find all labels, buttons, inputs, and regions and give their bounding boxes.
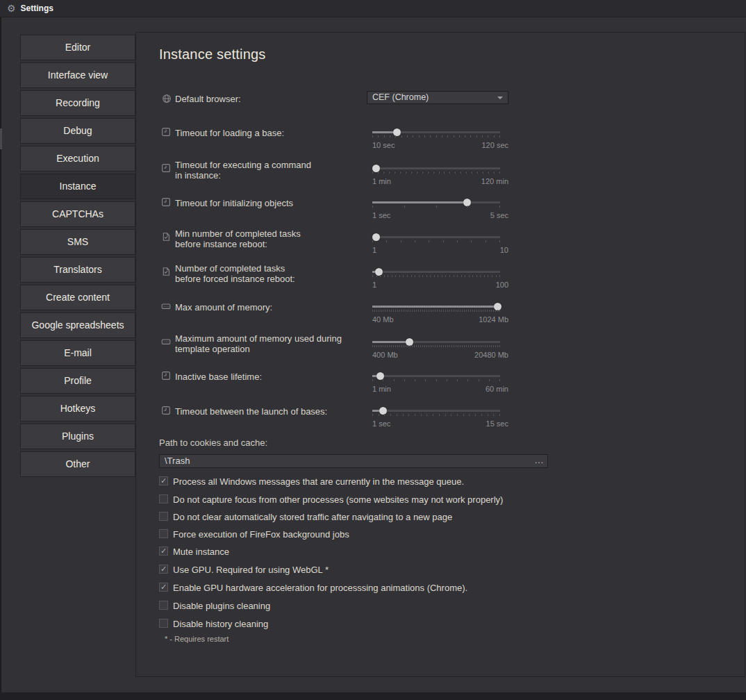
- slider-track[interactable]: [372, 271, 500, 273]
- checkbox-label: Disable history cleaning: [173, 619, 268, 629]
- gear-icon: ⚙: [7, 0, 16, 17]
- checkbox-label: Do not capture focus from other processe…: [173, 494, 503, 505]
- slider-track[interactable]: [372, 131, 500, 133]
- slider-track[interactable]: [372, 167, 500, 169]
- window-left-edge: [0, 17, 1, 700]
- tasks-icon: [161, 232, 171, 242]
- slider-label: Number of completed tasks before forced …: [175, 263, 373, 284]
- slider-ticks: [372, 310, 500, 312]
- slider-max-label: 100: [496, 281, 508, 289]
- checkbox[interactable]: [159, 529, 168, 538]
- slider-label: Timeout for initializing objects: [175, 198, 373, 208]
- checkbox-label: Process all Windows messages that are cu…: [173, 476, 464, 487]
- memory-icon: [161, 337, 171, 347]
- sidebar-item-create-content[interactable]: Create content: [20, 285, 135, 310]
- slider-row-max-amount-of-memory: Max amount of memory:40 Mb1024 Mb: [136, 300, 746, 332]
- sidebar-item-translators[interactable]: Translators: [20, 257, 135, 283]
- checkbox-row-mute-instance: ✓Mute instance: [136, 547, 746, 559]
- slider-label: Inactive base lifetime:: [175, 372, 373, 382]
- clock-icon: [161, 127, 171, 137]
- slider-min-label: 10 sec: [372, 141, 395, 149]
- sidebar: EditorInterface viewRecordingDebugExecut…: [20, 35, 135, 479]
- checkbox-row-do-not-clear-automatically-stored-traffi: Do not clear automatically stored traffi…: [136, 512, 746, 524]
- sidebar-item-hotkeys[interactable]: Hotkeys: [20, 396, 135, 422]
- slider-track[interactable]: [372, 341, 500, 343]
- slider-ticks: [372, 345, 500, 348]
- slider-max-label: 20480 Mb: [474, 351, 508, 359]
- browse-button[interactable]: ...: [535, 455, 544, 466]
- slider-min-label: 1 min: [372, 177, 391, 185]
- clock-icon: [161, 371, 171, 381]
- slider-min-label: 1 min: [372, 385, 391, 393]
- sidebar-item-recording[interactable]: Recording: [20, 90, 135, 116]
- memory-icon: [161, 301, 171, 311]
- checkbox-label: Enable GPU hardware acceleration for pro…: [173, 583, 467, 593]
- slider-ticks: [372, 135, 500, 138]
- checkbox-row-use-gpu-required-for-using-webgl: ✓Use GPU. Required for using WebGL *: [136, 565, 746, 577]
- slider-min-label: 1: [372, 246, 376, 254]
- sidebar-item-e-mail[interactable]: E-mail: [20, 340, 135, 366]
- checkbox[interactable]: [159, 494, 168, 503]
- checkbox-row-force-execution-of-firefox-background-jo: Force execution of FireFox background jo…: [136, 529, 746, 542]
- slider-max-label: 15 sec: [486, 419, 508, 428]
- cookies-path-value: \Trash: [165, 455, 190, 467]
- slider-track[interactable]: [372, 236, 500, 238]
- clock-icon: [161, 163, 171, 173]
- sidebar-item-other[interactable]: Other: [20, 451, 135, 477]
- side-panel-grip[interactable]: [0, 128, 2, 149]
- slider-label: Timeout between the launch of bases:: [175, 406, 373, 417]
- slider-row-number-of-completed-tasks: Number of completed tasks before forced …: [136, 265, 746, 297]
- page-title: Instance settings: [159, 47, 266, 62]
- slider-row-min-number-of-completed-tasks: Min number of completed tasks before ins…: [136, 231, 746, 262]
- checkbox-label: Use GPU. Required for using WebGL *: [173, 565, 329, 575]
- sidebar-item-google-spreadsheets[interactable]: Google spreadsheets: [20, 312, 135, 338]
- slider-track[interactable]: [372, 375, 500, 377]
- slider-label: Min number of completed tasks before ins…: [175, 228, 373, 249]
- titlebar[interactable]: ⚙ Settings: [0, 0, 746, 17]
- slider-max-label: 120 min: [481, 177, 508, 185]
- sidebar-item-execution[interactable]: Execution: [20, 146, 135, 172]
- checkbox[interactable]: ✓: [159, 583, 168, 592]
- globe-icon: [162, 94, 172, 103]
- checkbox[interactable]: [159, 601, 168, 610]
- sidebar-item-captchas[interactable]: CAPTCHAs: [20, 201, 135, 227]
- slider-row-maximum-amount-of-memory-used-during: Maximum amount of memory used during tem…: [136, 335, 746, 367]
- window-title: Settings: [21, 3, 53, 13]
- slider-row-timeout-for-loading-a-base: Timeout for loading a base:10 sec120 sec: [136, 126, 746, 158]
- default-browser-select[interactable]: CEF (Chrome): [367, 91, 508, 104]
- checkbox[interactable]: [159, 619, 168, 628]
- slider-max-label: 60 min: [486, 385, 508, 393]
- sidebar-item-profile[interactable]: Profile: [20, 368, 135, 394]
- requires-restart-note: * - Requires restart: [165, 635, 229, 643]
- sidebar-item-instance[interactable]: Instance: [20, 174, 135, 199]
- default-browser-value: CEF (Chrome): [372, 92, 429, 103]
- slider-track[interactable]: [372, 201, 500, 203]
- instance-settings-panel: Instance settings Default browser: CEF (…: [135, 32, 745, 677]
- clock-icon: [161, 197, 171, 207]
- sidebar-item-editor[interactable]: Editor: [20, 35, 135, 60]
- checkbox-label: Disable plugins cleaning: [173, 601, 270, 611]
- slider-max-label: 1024 Mb: [479, 315, 508, 324]
- checkbox-label: Do not clear automatically stored traffi…: [173, 512, 452, 522]
- cookies-path-label: Path to cookies and cache:: [159, 438, 267, 448]
- slider-ticks: [372, 240, 500, 243]
- sidebar-item-debug[interactable]: Debug: [20, 118, 135, 144]
- checkbox-row-do-not-capture-focus-from-other-processe: Do not capture focus from other processe…: [136, 494, 746, 507]
- slider-max-label: 5 sec: [490, 211, 508, 219]
- sidebar-item-sms[interactable]: SMS: [20, 229, 135, 255]
- sidebar-item-interface-view[interactable]: Interface view: [20, 62, 135, 88]
- checkbox[interactable]: [159, 512, 168, 521]
- checkbox[interactable]: ✓: [159, 565, 168, 574]
- slider-ticks: [372, 414, 500, 417]
- checkbox[interactable]: ✓: [159, 547, 168, 556]
- chevron-down-icon: [497, 97, 503, 99]
- slider-max-label: 10: [500, 246, 508, 254]
- slider-track[interactable]: [372, 306, 500, 308]
- slider-track[interactable]: [372, 410, 500, 412]
- slider-row-timeout-between-the-launch-of-bases: Timeout between the launch of bases:1 se…: [136, 404, 746, 436]
- slider-min-label: 1 sec: [372, 211, 390, 219]
- sidebar-item-plugins[interactable]: Plugins: [20, 424, 135, 449]
- cookies-path-input[interactable]: \Trash ...: [159, 454, 548, 468]
- clock-icon: [161, 406, 171, 415]
- checkbox[interactable]: ✓: [159, 476, 168, 485]
